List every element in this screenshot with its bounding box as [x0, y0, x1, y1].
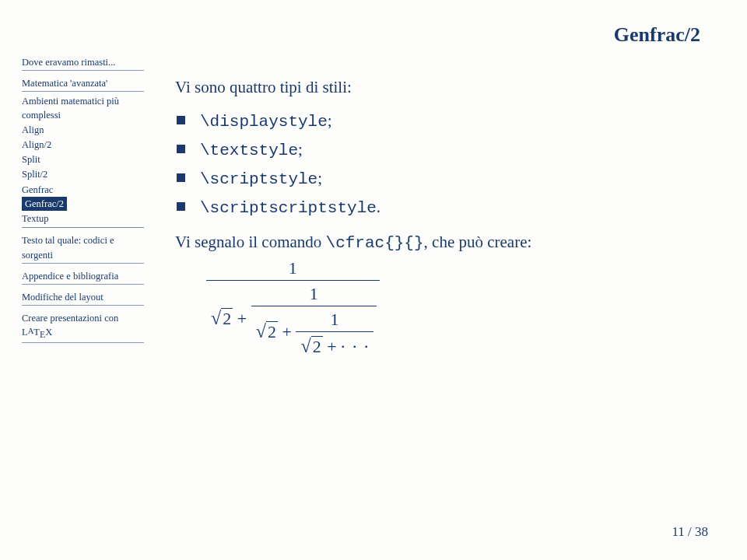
plus-3: +	[323, 337, 341, 356]
code-scriptscriptstyle: \scriptscriptstyle	[200, 199, 377, 217]
nav-dove-eravamo[interactable]: Dove eravamo rimasti...	[22, 54, 144, 71]
style-list: \displaystyle; \textstyle; \scriptstyle;…	[175, 111, 708, 217]
cfrac-paragraph: Vi segnalo il comando \cfrac{}{}, che pu…	[175, 231, 708, 254]
page-number: 11 / 38	[672, 524, 708, 540]
bullet-displaystyle: \displaystyle;	[200, 111, 708, 131]
nav-textup[interactable]: Textup	[22, 211, 144, 226]
nav-genfrac2-current[interactable]: Genfrac/2	[22, 197, 67, 211]
code-cfrac: \cfrac{}{}	[326, 234, 424, 252]
nav-creare-presentazioni[interactable]: Creare presentazioni con LATEX	[22, 310, 144, 343]
continued-fraction: 1 2 + 1 2 + 1 2 + · · ·	[175, 258, 708, 357]
sqrt-2: 2	[254, 320, 278, 342]
latex-t: T	[33, 327, 40, 338]
suffix-0: ;	[328, 111, 332, 130]
rad-1: 2	[221, 308, 233, 329]
nav-testo-tal-quale[interactable]: Testo tal quale: codici e sorgenti	[22, 233, 144, 263]
bullet-scriptscriptstyle: \scriptscriptstyle.	[200, 198, 708, 217]
suffix-1: ;	[298, 140, 303, 159]
frac-num-2: 1	[251, 284, 377, 306]
plus-1: +	[233, 309, 251, 328]
nav-modifiche[interactable]: Modifiche del layout	[22, 289, 144, 306]
code-textstyle: \textstyle	[200, 142, 298, 159]
sidebar-nav: Dove eravamo rimasti... Matematica 'avan…	[0, 0, 152, 560]
nav-align2[interactable]: Align/2	[22, 138, 144, 152]
code-scriptstyle: \scriptstyle	[200, 170, 317, 188]
plus-2: +	[278, 322, 296, 341]
nav-align[interactable]: Align	[22, 123, 144, 138]
nav-appendice[interactable]: Appendice e bibliografia	[22, 268, 144, 285]
rad-2: 2	[266, 321, 278, 342]
para-pre: Vi segnalo il comando	[175, 233, 326, 251]
nav-genfrac[interactable]: Genfrac	[22, 182, 144, 197]
sqrt-3: 2	[299, 335, 322, 357]
bullet-textstyle: \textstyle;	[200, 140, 708, 159]
nav-ambienti[interactable]: Ambienti matematici più complessi	[22, 93, 144, 122]
frac-num-1: 1	[206, 258, 380, 281]
latex-x: X	[45, 327, 52, 338]
suffix-3: .	[377, 198, 381, 216]
dots: · · ·	[341, 337, 370, 356]
nav-matematica-avanzata[interactable]: Matematica 'avanzata'	[22, 75, 144, 92]
suffix-2: ;	[317, 169, 322, 187]
frac-num-3: 1	[296, 310, 373, 332]
bullet-scriptstyle: \scriptstyle;	[200, 169, 708, 188]
slide-title: Genfrac/2	[175, 23, 708, 47]
nav-divider	[22, 227, 144, 228]
sqrt-1: 2	[209, 307, 233, 329]
rad-3: 2	[311, 336, 323, 357]
nav-split2[interactable]: Split/2	[22, 167, 144, 182]
main-content: Genfrac/2 Vi sono quattro tipi di stili:…	[152, 0, 747, 560]
code-displaystyle: \displaystyle	[200, 113, 328, 131]
intro-text: Vi sono quattro tipi di stili:	[175, 78, 708, 97]
para-post: , che può creare:	[424, 233, 532, 251]
nav-split[interactable]: Split	[22, 152, 144, 167]
